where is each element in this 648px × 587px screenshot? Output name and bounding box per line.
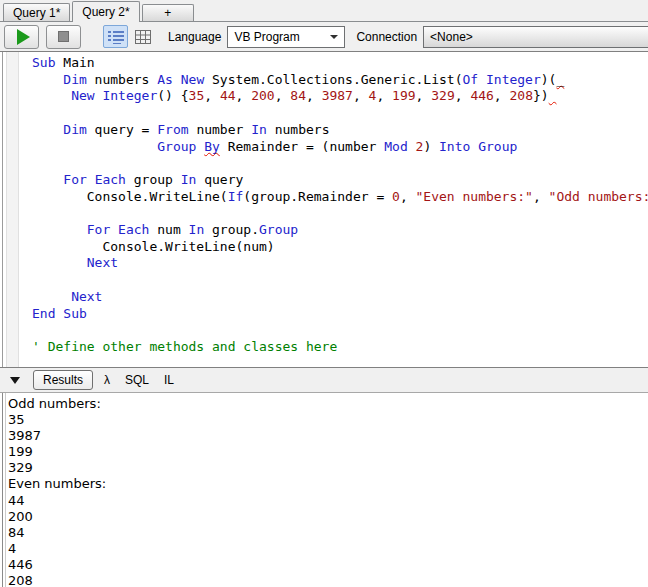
grid-results-button[interactable] xyxy=(130,25,155,48)
connection-value: <None> xyxy=(430,30,473,44)
output-left-edge xyxy=(2,393,3,587)
output-line: 4 xyxy=(8,541,648,557)
output-line: 200 xyxy=(8,509,648,525)
language-value: VB Program xyxy=(234,30,299,44)
stop-icon xyxy=(58,31,69,42)
results-tab-results[interactable]: Results xyxy=(33,370,93,390)
toolbar: Language VB Program Connection <None> xyxy=(0,22,648,52)
query-tab-bar: Query 1* Query 2* + xyxy=(0,0,648,22)
collapse-results-icon[interactable] xyxy=(10,377,20,384)
output-line: 35 xyxy=(8,412,648,428)
results-tab-sql[interactable]: SQL xyxy=(125,373,149,387)
code-line[interactable]: Next xyxy=(32,289,648,306)
code-line[interactable]: Dim query = From number In numbers xyxy=(32,122,648,139)
tab-query-2-label: Query 2* xyxy=(82,5,129,19)
connection-label: Connection xyxy=(356,30,417,44)
run-button[interactable] xyxy=(4,25,39,49)
language-label: Language xyxy=(168,30,221,44)
code-line[interactable]: ' Define other methods and classes here xyxy=(32,339,648,356)
code-line[interactable]: Dim numbers As New System.Collections.Ge… xyxy=(32,72,648,89)
grid-view-icon xyxy=(135,30,151,44)
add-query-tab-button[interactable]: + xyxy=(142,4,194,21)
tab-query-1[interactable]: Query 1* xyxy=(3,3,70,21)
output-line: 329 xyxy=(8,460,648,476)
code-line[interactable]: Group By Remainder = (number Mod 2) Into… xyxy=(32,139,648,156)
richtext-results-button[interactable] xyxy=(103,25,128,48)
output-line: 44 xyxy=(8,493,648,509)
tab-query-2[interactable]: Query 2* xyxy=(72,1,139,22)
results-tab-il[interactable]: IL xyxy=(164,373,174,387)
results-view-toggle xyxy=(103,25,157,48)
code-line[interactable]: Console.WriteLine(If(group.Remainder = 0… xyxy=(32,189,648,206)
code-line[interactable]: For Each group In query xyxy=(32,172,648,189)
output-line: Even numbers: xyxy=(8,476,648,492)
code-line[interactable]: Console.WriteLine(num) xyxy=(32,239,648,256)
output-line: 84 xyxy=(8,525,648,541)
stop-button[interactable] xyxy=(46,25,81,49)
results-header: Results λ SQL IL xyxy=(0,368,648,393)
code-line[interactable]: For Each num In group.Group xyxy=(32,222,648,239)
code-line[interactable] xyxy=(32,272,648,289)
play-icon xyxy=(17,29,30,45)
output-inner-edge xyxy=(5,393,6,587)
code-line[interactable]: New Integer() {35, 44, 200, 84, 3987, 4,… xyxy=(32,88,648,105)
connection-select[interactable]: <None> xyxy=(423,26,648,48)
results-tab-lambda[interactable]: λ xyxy=(104,373,110,387)
code-line[interactable] xyxy=(32,322,648,339)
code-editor[interactable]: Sub Main Dim numbers As New System.Colle… xyxy=(0,52,648,368)
output-line: 446 xyxy=(8,557,648,573)
code-area[interactable]: Sub Main Dim numbers As New System.Colle… xyxy=(0,55,648,367)
chevron-down-icon xyxy=(330,35,338,39)
output-panel[interactable]: Odd numbers:353987199329Even numbers:442… xyxy=(0,393,648,587)
code-line[interactable] xyxy=(32,155,648,172)
code-line[interactable]: Next xyxy=(32,255,648,272)
output-line: Odd numbers: xyxy=(8,396,648,412)
output-line: 199 xyxy=(8,444,648,460)
code-line[interactable] xyxy=(32,205,648,222)
tab-query-1-label: Query 1* xyxy=(13,6,60,20)
code-line[interactable]: End Sub xyxy=(32,306,648,323)
output-line: 3987 xyxy=(8,428,648,444)
code-line[interactable] xyxy=(32,105,648,122)
richtext-view-icon xyxy=(108,30,124,44)
plus-icon: + xyxy=(164,6,171,20)
output-lines: Odd numbers:353987199329Even numbers:442… xyxy=(8,396,648,587)
language-select[interactable]: VB Program xyxy=(227,26,345,48)
output-line: 208 xyxy=(8,573,648,587)
code-line[interactable]: Sub Main xyxy=(32,55,648,72)
